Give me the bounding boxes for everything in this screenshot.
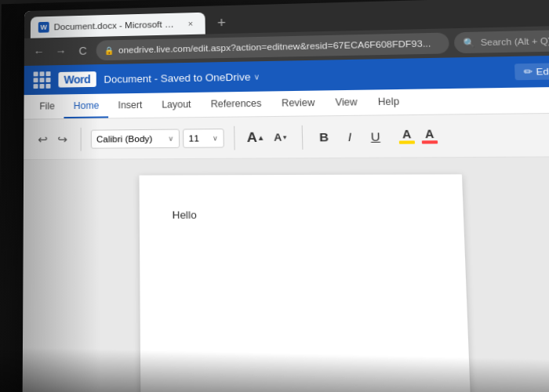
document-area: Hello (23, 157, 549, 392)
tab-title-text: Document.docx - Microsoft Wor... (54, 20, 180, 32)
doc-title-text: Document - Saved to OneDrive (104, 71, 250, 85)
font-color-swatch (399, 140, 415, 143)
highlight-color-button[interactable]: A (421, 128, 438, 143)
ribbon-tab-references[interactable]: References (201, 91, 272, 117)
tab-close-button[interactable]: × (184, 17, 198, 30)
font-size-selector[interactable]: 11 ∨ (183, 128, 224, 147)
ribbon-toolbar: ↩ ↪ Calibri (Body) ∨ 11 ∨ A▲ A▼ (24, 113, 549, 160)
font-size-chevron: ∨ (213, 134, 219, 142)
ribbon-tab-insert[interactable]: Insert (108, 93, 152, 118)
editing-button[interactable]: ✏ Editing (514, 63, 549, 80)
lock-icon: 🔒 (104, 46, 114, 55)
ribbon-tab-help[interactable]: Help (367, 89, 410, 115)
font-color-letter: A (402, 129, 412, 140)
browser-window: W Document.docx - Microsoft Wor... × + ←… (23, 0, 549, 392)
undo-button[interactable]: ↩ (35, 131, 51, 148)
new-tab-button[interactable]: + (210, 12, 234, 34)
font-name-selector[interactable]: Calibri (Body) ∨ (91, 129, 180, 148)
search-placeholder-text: Search (Alt + Q) (481, 36, 549, 47)
divider-2 (234, 125, 235, 150)
active-tab[interactable]: W Document.docx - Microsoft Wor... × (31, 13, 205, 38)
underline-button[interactable]: U (364, 125, 387, 147)
tab-favicon: W (38, 22, 49, 33)
ribbon-tab-layout[interactable]: Layout (152, 93, 202, 118)
ribbon-tab-review[interactable]: Review (271, 90, 325, 116)
url-text: onedrive.live.com/edit.aspx?action=editn… (118, 38, 441, 55)
title-chevron-icon[interactable]: ∨ (254, 72, 260, 81)
undo-redo-group: ↩ ↪ (31, 130, 74, 147)
font-color-button[interactable]: A (398, 129, 415, 144)
doc-title: Document - Saved to OneDrive ∨ (104, 71, 260, 85)
font-name-text: Calibri (Body) (96, 133, 153, 143)
address-field[interactable]: 🔒 onedrive.live.com/edit.aspx?action=edi… (96, 32, 449, 60)
grow-text-button[interactable]: A▲ (245, 127, 267, 148)
font-size-text: 11 (188, 133, 199, 143)
document-content[interactable]: Hello (172, 209, 196, 221)
editing-icon: ✏ (523, 66, 533, 78)
highlight-letter: A (425, 128, 434, 140)
document-page[interactable]: Hello (139, 174, 471, 392)
editing-label: Editing (536, 66, 549, 76)
divider-1 (81, 127, 82, 151)
bold-button[interactable]: B (313, 126, 336, 147)
highlight-color-swatch (422, 140, 438, 143)
shrink-text-button[interactable]: A▼ (270, 127, 292, 148)
search-box[interactable]: 🔍 Search (Alt + Q) (454, 30, 549, 54)
redo-button[interactable]: ↪ (54, 130, 71, 147)
search-icon: 🔍 (463, 37, 475, 48)
back-button[interactable]: ← (31, 43, 48, 60)
formatting-group: B I U (309, 125, 391, 147)
forward-button[interactable]: → (53, 42, 70, 60)
ribbon-tab-file[interactable]: File (30, 94, 64, 118)
font-group: Calibri (Body) ∨ 11 ∨ (88, 128, 227, 148)
color-group: A A (395, 128, 442, 143)
apps-grid-icon[interactable] (34, 71, 51, 89)
text-size-group: A▲ A▼ (242, 127, 296, 148)
refresh-button[interactable]: C (75, 42, 92, 60)
divider-3 (302, 125, 304, 149)
ribbon-tab-home[interactable]: Home (64, 94, 109, 119)
font-name-chevron: ∨ (168, 134, 173, 142)
italic-button[interactable]: I (338, 126, 361, 147)
word-logo[interactable]: Word (58, 71, 96, 88)
ribbon-tab-view[interactable]: View (325, 90, 368, 116)
